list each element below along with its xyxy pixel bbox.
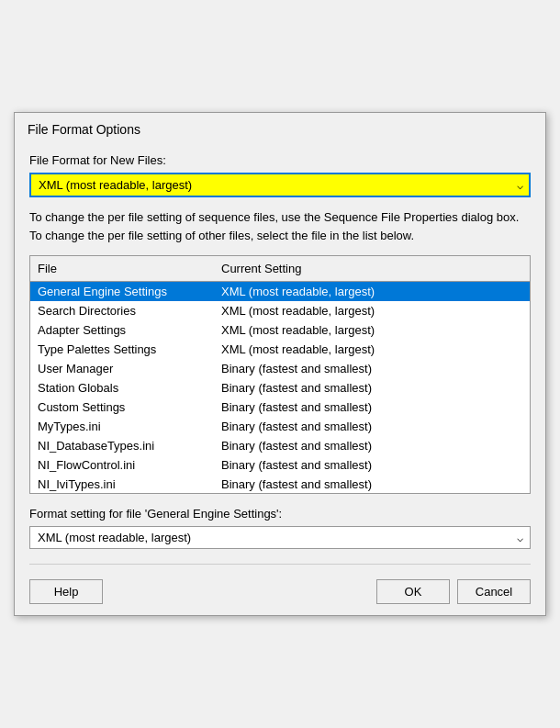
yellow-dropdown-wrapper: XML (most readable, largest)Binary (fast…: [29, 173, 531, 197]
col-header-setting: Current Setting: [214, 260, 511, 277]
table-row[interactable]: Search DirectoriesXML (most readable, la…: [30, 301, 530, 320]
title-bar: File Format Options: [15, 113, 545, 140]
format-setting-label: Format setting for file 'General Engine …: [29, 507, 531, 521]
table-cell-file: General Engine Settings: [30, 282, 214, 301]
table-cell-setting: XML (most readable, largest): [214, 282, 530, 301]
table-cell-file: Search Directories: [30, 301, 214, 320]
table-cell-file: NI_DatabaseTypes.ini: [30, 436, 214, 455]
table-body[interactable]: General Engine SettingsXML (most readabl…: [30, 282, 530, 493]
table-cell-setting: Binary (fastest and smallest): [214, 378, 530, 398]
table-cell-setting: Binary (fastest and smallest): [214, 359, 530, 378]
table-cell-file: Type Palettes Settings: [30, 340, 214, 359]
table-cell-file: NI_IviTypes.ini: [30, 475, 214, 493]
table-row[interactable]: General Engine SettingsXML (most readabl…: [30, 282, 530, 301]
table-cell-file: MyTypes.ini: [30, 417, 214, 436]
table-cell-file: Custom Settings: [30, 398, 214, 417]
table-row[interactable]: MyTypes.iniBinary (fastest and smallest): [30, 417, 530, 436]
table-cell-file: User Manager: [30, 359, 214, 378]
file-format-label: File Format for New Files:: [29, 153, 531, 167]
table-row[interactable]: NI_IviTypes.iniBinary (fastest and small…: [30, 475, 530, 493]
table-row[interactable]: NI_DatabaseTypes.iniBinary (fastest and …: [30, 436, 530, 455]
ok-button[interactable]: OK: [376, 579, 450, 604]
cancel-button[interactable]: Cancel: [457, 579, 531, 604]
table-cell-setting: Binary (fastest and smallest): [214, 398, 530, 417]
description-text: To change the per file setting of sequen…: [29, 208, 531, 244]
table-row[interactable]: Adapter SettingsXML (most readable, larg…: [30, 320, 530, 340]
table-cell-setting: XML (most readable, largest): [214, 320, 530, 340]
divider: [29, 564, 531, 565]
right-buttons: OK Cancel: [376, 579, 531, 604]
table-row[interactable]: Custom SettingsBinary (fastest and small…: [30, 398, 530, 417]
dialog-title: File Format Options: [28, 122, 140, 137]
table-row[interactable]: Type Palettes SettingsXML (most readable…: [30, 340, 530, 359]
table-header: File Current Setting: [30, 256, 530, 282]
table-cell-setting: Binary (fastest and smallest): [214, 417, 530, 436]
table-cell-setting: Binary (fastest and smallest): [214, 436, 530, 455]
help-button[interactable]: Help: [29, 579, 103, 604]
table-cell-file: NI_FlowControl.ini: [30, 455, 214, 475]
dialog-container: File Format Options File Format for New …: [14, 112, 546, 616]
file-format-normal-dropdown[interactable]: XML (most readable, largest)Binary (fast…: [29, 526, 531, 549]
table-cell-setting: XML (most readable, largest): [214, 301, 530, 320]
table-cell-setting: Binary (fastest and smallest): [214, 455, 530, 475]
table-cell-setting: XML (most readable, largest): [214, 340, 530, 359]
file-table: File Current Setting General Engine Sett…: [29, 255, 531, 494]
table-row[interactable]: User ManagerBinary (fastest and smallest…: [30, 359, 530, 378]
table-cell-file: Adapter Settings: [30, 320, 214, 340]
table-row[interactable]: Station GlobalsBinary (fastest and small…: [30, 378, 530, 398]
file-format-dropdown[interactable]: XML (most readable, largest)Binary (fast…: [29, 173, 531, 197]
col-header-file: File: [30, 260, 214, 277]
normal-dropdown-wrapper: XML (most readable, largest)Binary (fast…: [29, 526, 531, 549]
table-cell-file: Station Globals: [30, 378, 214, 398]
button-row: Help OK Cancel: [29, 576, 531, 604]
table-row[interactable]: NI_FlowControl.iniBinary (fastest and sm…: [30, 455, 530, 475]
table-cell-setting: Binary (fastest and smallest): [214, 475, 530, 493]
dialog-body: File Format for New Files: XML (most rea…: [15, 140, 545, 615]
